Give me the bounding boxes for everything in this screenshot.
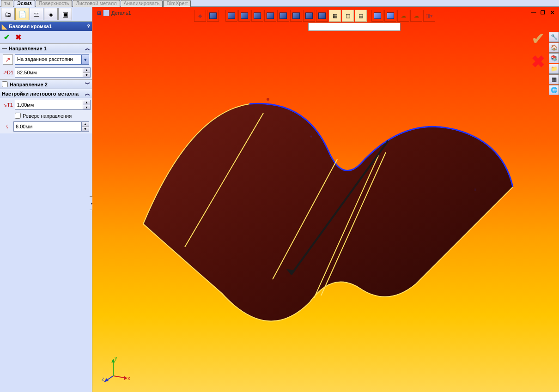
property-manager: 🗂 📄 🗃 ◈ ▣ ◣ Базовая кромка1 ? ✔ ✖ — Напр…	[0, 7, 92, 392]
design-library-tab[interactable]: 📚	[549, 53, 559, 63]
svg-text:+: +	[389, 134, 392, 139]
cancel-button[interactable]: ✖	[13, 33, 23, 42]
svg-text:z: z	[102, 376, 104, 381]
graphics-viewport[interactable]: ⊞ Деталь1 ◆ ▦ ◫ ▤ ☁ ☁ ◨▾	[92, 7, 559, 392]
sheetmetal-title: Настройки листового металла	[2, 91, 79, 96]
expand-tree-icon[interactable]: ⊞	[97, 10, 101, 16]
thickness-field[interactable]	[15, 100, 83, 109]
property-icon: 📄	[18, 11, 26, 18]
hide-show-button[interactable]: ▤	[355, 10, 367, 22]
d1-field[interactable]	[15, 68, 83, 77]
confirm-row: ✔ ✖	[0, 31, 92, 43]
view-toolbar-underline	[308, 23, 401, 31]
direction2-header[interactable]: Направление 2 ︾	[0, 80, 92, 89]
reverse-direction-checkbox[interactable]	[15, 113, 21, 119]
svg-text:+: +	[310, 134, 312, 139]
bend-radius-spinner[interactable]: ▲▼	[81, 122, 89, 131]
view-back-button[interactable]	[238, 10, 250, 22]
corner-confirm: ✔ ✖	[531, 29, 545, 72]
dimxpert-manager-tab[interactable]: ◈	[44, 8, 58, 20]
thickness-input[interactable]: ▲▼	[15, 100, 91, 110]
feature-manager-tab[interactable]: 🗂	[1, 8, 15, 20]
display-style-button[interactable]: ▦	[329, 10, 341, 22]
view-normal-button[interactable]	[316, 10, 328, 22]
minimize-button[interactable]: —	[529, 9, 538, 16]
tab-analyze[interactable]: Анализировать	[121, 0, 163, 7]
view-right-button[interactable]	[264, 10, 276, 22]
configuration-manager-tab[interactable]: 🗃	[30, 8, 43, 20]
view-iso-button[interactable]	[303, 10, 315, 22]
end-condition-value: На заданное расстояни	[15, 55, 81, 64]
bend-radius-field[interactable]	[14, 122, 81, 131]
reverse-direction-button[interactable]: ↗	[3, 54, 13, 65]
orientation-triad[interactable]: x y z	[102, 355, 129, 383]
direction1-title: Направление 1	[9, 46, 47, 51]
tab-features[interactable]: ты	[1, 0, 13, 7]
close-button[interactable]: ✕	[548, 9, 556, 16]
direction2-group: Направление 2 ︾	[0, 79, 92, 89]
view-palette-tab[interactable]: ▦	[549, 74, 559, 84]
help-button[interactable]: ?	[87, 24, 90, 29]
direction1-header[interactable]: — Направление 1 ︽	[0, 44, 92, 53]
bend-radius-input[interactable]: ▲▼	[13, 121, 89, 132]
task-pane: 🔧 🏠 📚 📁 ▦ 🌐	[549, 32, 559, 95]
scene-button[interactable]	[371, 10, 383, 22]
appearances-tab[interactable]: 🌐	[549, 85, 559, 95]
command-manager-tabs: ты Эскиз Поверхность Листовой металл Ана…	[0, 0, 559, 7]
file-explorer-tab[interactable]: 📁	[549, 64, 559, 74]
direction2-title: Направление 2	[10, 82, 48, 87]
reverse-direction-row[interactable]: Реверс направления	[15, 113, 89, 119]
ok-button[interactable]: ✔	[2, 33, 12, 42]
d1-spinner[interactable]: ▲▼	[83, 68, 90, 77]
zoom-area-button[interactable]	[207, 10, 219, 22]
view-front-button[interactable]	[225, 10, 237, 22]
tab-surface[interactable]: Поверхность	[36, 0, 73, 7]
tab-sketch[interactable]: Эскиз	[14, 0, 35, 7]
collapse-icon[interactable]: ︽	[85, 45, 90, 52]
property-manager-tab[interactable]: 📄	[15, 8, 29, 20]
svg-marker-7	[124, 376, 127, 380]
sheetmetal-header[interactable]: Настройки листового металла ︽	[0, 89, 92, 98]
part-icon	[103, 10, 109, 16]
feature-title: Базовая кромка1	[9, 24, 52, 29]
resources-tab[interactable]: 🔧	[549, 32, 559, 42]
manager-tabs: 🗂 📄 🗃 ◈ ▣	[0, 7, 92, 22]
feature-title-bar: ◣ Базовая кромка1 ?	[0, 22, 92, 31]
thickness-icon: ↘T1	[3, 102, 13, 108]
scene2-button[interactable]	[384, 10, 396, 22]
svg-text:x: x	[128, 375, 130, 381]
reverse-arrow-icon: ↗	[5, 56, 11, 63]
base-flange-icon: ◣	[2, 23, 7, 30]
view-bottom-button[interactable]	[290, 10, 302, 22]
zoom-fit-button[interactable]: ◆	[194, 10, 206, 22]
direction2-checkbox[interactable]	[2, 81, 8, 87]
display-icon: ▣	[62, 11, 68, 18]
view-top-button[interactable]	[277, 10, 289, 22]
corner-ok-button[interactable]: ✔	[531, 29, 545, 48]
view-settings-button[interactable]: ◨▾	[423, 10, 435, 22]
svg-point-5	[267, 98, 269, 101]
corner-cancel-button[interactable]: ✖	[531, 52, 545, 72]
tab-sheet-metal[interactable]: Листовой металл	[73, 0, 120, 7]
breadcrumb-text[interactable]: Деталь1	[111, 10, 131, 16]
display-manager-tab[interactable]: ▣	[58, 8, 72, 20]
model-preview: + + +	[129, 85, 527, 326]
view-heads-up-toolbar: ◆ ▦ ◫ ▤ ☁ ☁ ◨▾	[194, 10, 435, 22]
end-condition-combo[interactable]: На заданное расстояни ▾	[15, 54, 89, 65]
expand-icon[interactable]: ︾	[85, 81, 90, 88]
tab-dimxpert[interactable]: DimXpert	[163, 0, 191, 7]
restore-button[interactable]: ❐	[539, 9, 547, 16]
collapse-icon[interactable]: ︽	[85, 90, 90, 97]
apply-scene-button[interactable]: ☁	[410, 10, 422, 22]
view-left-button[interactable]	[251, 10, 263, 22]
home-tab[interactable]: 🏠	[549, 42, 559, 53]
tree-icon: 🗂	[5, 11, 11, 18]
appearance-button[interactable]: ☁	[397, 10, 409, 22]
reverse-direction-label: Реверс направления	[23, 113, 72, 119]
breadcrumb: ⊞ Деталь1	[97, 10, 131, 16]
thickness-spinner[interactable]: ▲▼	[83, 100, 90, 109]
section-view-button[interactable]: ◫	[342, 10, 354, 22]
combo-dropdown-icon[interactable]: ▾	[81, 55, 89, 64]
d1-input[interactable]: ▲▼	[15, 67, 91, 78]
sheetmetal-group: Настройки листового металла ︽ ↘T1 ▲▼ Рев…	[0, 89, 92, 133]
